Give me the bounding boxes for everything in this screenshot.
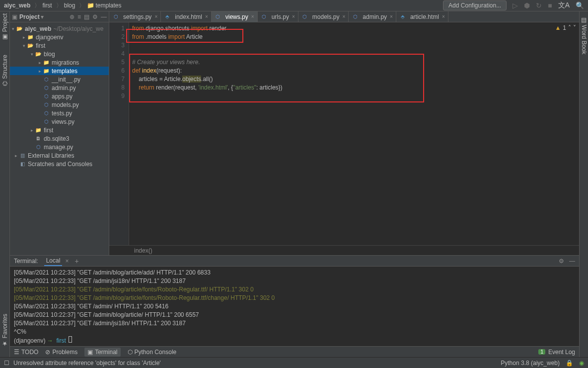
close-icon[interactable]: × <box>442 14 445 19</box>
search-everywhere-icon[interactable]: 🔍 <box>576 1 584 9</box>
close-tab-icon[interactable]: × <box>65 258 69 265</box>
terminal-icon: ▣ <box>87 349 93 356</box>
tab-models[interactable]: ⬡models.py× <box>298 11 349 22</box>
problems-tab[interactable]: ⊘Problems <box>45 349 77 356</box>
editor-breadcrumb[interactable]: index() <box>109 245 579 255</box>
close-icon[interactable]: × <box>251 14 254 19</box>
python-console-tab[interactable]: ⬡Python Console <box>128 349 177 356</box>
favorites-tool-tab[interactable]: ★Favorites <box>1 314 8 347</box>
indicator-icon[interactable]: ◉ <box>579 360 584 367</box>
terminal-tab-local[interactable]: Local <box>44 256 63 266</box>
tree-scratches[interactable]: ◧Scratches and Consoles <box>10 160 109 168</box>
python-interpreter[interactable]: Python 3.8 (aiyc_web) <box>501 360 560 367</box>
folder-icon: 📂 <box>27 42 34 49</box>
terminal-tab[interactable]: ▣Terminal <box>84 348 120 357</box>
tree-extlib[interactable]: ▸▥External Libraries <box>10 151 109 160</box>
term-line: [05/Mar/2021 10:22:37] "GET /admin/blog/… <box>14 311 575 319</box>
html-file-icon: ⬘ <box>399 13 406 20</box>
stop-icon[interactable]: ■ <box>548 1 552 9</box>
tree-root[interactable]: ▾📂aiyc_web~/Desktop/aiyc_we <box>10 24 109 33</box>
tab-views[interactable]: ⬡views.py× <box>212 11 258 22</box>
tree-first2[interactable]: ▸📁first <box>10 126 109 134</box>
coverage-icon[interactable]: ↻ <box>536 1 542 9</box>
lock-icon[interactable]: 🔒 <box>566 360 573 367</box>
run-icon[interactable]: ▷ <box>513 1 518 9</box>
expand-icon[interactable]: ≡ <box>77 13 81 20</box>
tree-first[interactable]: ▾📂first <box>10 41 109 50</box>
settings-icon[interactable]: ⚙ <box>92 13 98 20</box>
code-content[interactable]: from django.shortcuts import render from… <box>129 22 579 245</box>
tree-appspy[interactable]: ⬡apps.py <box>10 92 109 100</box>
crumb-templates[interactable]: templates <box>95 2 121 9</box>
tree-initpy[interactable]: ⬡__init__.py <box>10 75 109 84</box>
star-icon: ★ <box>1 340 8 347</box>
folder-icon: 📁 <box>87 2 94 9</box>
term-line: [05/Mar/2021 10:22:33] "GET /admin/blog/… <box>14 285 575 294</box>
tree-testspy[interactable]: ⬡tests.py <box>10 109 109 117</box>
tab-urls[interactable]: ⬡urls.py× <box>258 11 298 22</box>
tree-djangoenv[interactable]: ▸📁djangoenv <box>10 33 109 41</box>
project-tree[interactable]: ▾📂aiyc_web~/Desktop/aiyc_we ▸📁djangoenv … <box>10 22 109 170</box>
tree-adminpy[interactable]: ⬡admin.py <box>10 84 109 92</box>
chevron-down-icon[interactable]: ˅ <box>573 24 576 31</box>
code-line-8: return render(request, 'index.html', {"a… <box>132 84 579 92</box>
debug-icon[interactable]: ⬢ <box>524 1 530 9</box>
crumb-blog[interactable]: blog <box>64 2 75 9</box>
library-icon: ▥ <box>19 152 26 159</box>
add-configuration-button[interactable]: Add Configuration... <box>443 0 507 10</box>
tree-blog[interactable]: ▾📂blog <box>10 50 109 58</box>
close-icon[interactable]: × <box>343 14 346 19</box>
close-icon[interactable]: × <box>292 14 295 19</box>
python-file-icon: ⬡ <box>215 13 221 20</box>
tree-dbsqlite[interactable]: 🗎db.sqlite3 <box>10 134 109 143</box>
close-icon[interactable]: × <box>390 14 393 19</box>
term-line: [05/Mar/2021 10:22:33] "GET /admin/ HTTP… <box>14 302 575 311</box>
crumb-sep: 〉 <box>56 1 62 10</box>
crumb-root[interactable]: aiyc_web <box>4 2 30 9</box>
book-icon: ▤ <box>581 16 588 23</box>
terminal-settings-icon[interactable]: ⚙ <box>559 258 564 265</box>
tree-modelspy[interactable]: ⬡models.py <box>10 100 109 109</box>
hide-icon[interactable]: — <box>101 13 107 20</box>
event-log-tab[interactable]: 1Event Log <box>538 349 575 356</box>
chevron-up-icon[interactable]: ˄ <box>568 24 571 31</box>
code-area[interactable]: 123456789 from django.shortcuts import r… <box>109 22 579 245</box>
structure-tool-tab[interactable]: ⌬Structure <box>1 55 8 86</box>
tree-managepy[interactable]: ⬡manage.py <box>10 143 109 151</box>
python-file-icon: ⬡ <box>43 76 50 83</box>
collapse-icon[interactable]: ▤ <box>84 13 89 20</box>
crumb-first[interactable]: first <box>42 2 52 9</box>
scratches-icon: ◧ <box>19 161 26 168</box>
word-book-tab[interactable]: ▤ Word Book <box>581 16 588 54</box>
tab-index[interactable]: ⬘index.html× <box>161 11 212 22</box>
tree-viewspy[interactable]: ⬡views.py <box>10 117 109 126</box>
locate-icon[interactable]: ⊕ <box>70 13 74 20</box>
folder-icon: 📁 <box>27 34 34 41</box>
gutter: 123456789 <box>109 22 129 245</box>
status-bar: ☐ Unresolved attribute reference 'object… <box>0 357 588 368</box>
python-file-icon: ⬡ <box>301 13 308 20</box>
add-tab-icon[interactable]: + <box>74 257 78 265</box>
project-tool-tab[interactable]: ▣Project <box>1 13 8 41</box>
translate-icon[interactable]: 文A <box>558 1 570 10</box>
bottom-tool-tabs: ☰TODO ⊘Problems ▣Terminal ⬡Python Consol… <box>10 346 579 357</box>
terminal-hide-icon[interactable]: — <box>569 258 575 265</box>
todo-tab[interactable]: ☰TODO <box>14 349 38 356</box>
terminal-body[interactable]: [05/Mar/2021 10:22:33] "GET /admin/blog/… <box>10 267 579 346</box>
folder-icon: 📂 <box>35 51 42 58</box>
code-line-7: articles = Article.objects.all() <box>132 75 579 84</box>
inspection-widget[interactable]: ▲ 1 ˄ ˅ <box>555 24 576 31</box>
tab-article[interactable]: ⬘article.html× <box>396 11 448 22</box>
tree-templates[interactable]: ▸📁templates <box>10 67 109 75</box>
tab-admin[interactable]: ⬡admin.py× <box>349 11 396 22</box>
term-line: [05/Mar/2021 10:22:33] "GET /admin/jsi18… <box>14 277 575 285</box>
close-icon[interactable]: × <box>154 14 157 19</box>
tree-migrations[interactable]: ▸📁migrations <box>10 58 109 67</box>
close-icon[interactable]: × <box>205 14 208 19</box>
project-title[interactable]: Project <box>19 13 40 20</box>
tab-settings[interactable]: ⬡settings.py× <box>109 11 161 22</box>
navigation-bar: aiyc_web 〉 first 〉 blog 〉 📁 templates Ad… <box>0 0 588 11</box>
status-menu-icon[interactable]: ☐ <box>4 360 9 367</box>
terminal-title: Terminal: <box>14 258 38 265</box>
term-line: ^C% <box>14 328 575 336</box>
